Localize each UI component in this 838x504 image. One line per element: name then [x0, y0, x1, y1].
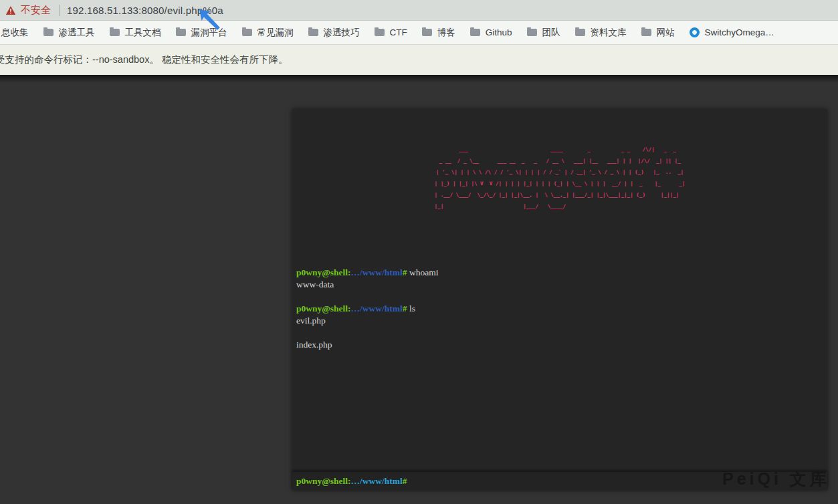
security-status-label[interactable]: 不安全 [21, 4, 51, 17]
security-warning-icon[interactable] [5, 5, 16, 15]
shell-output-line: index.php [296, 339, 827, 351]
switchyomega-icon [690, 27, 700, 37]
watermark: PeiQi 文库 [722, 468, 830, 490]
shell-panel: ___ ____ _ _ _ /\/| _ _ _ __ / _ \__ ___… [292, 109, 827, 490]
shell-prompt-symbol: # [403, 267, 407, 277]
shell-output-line: evil.php [296, 315, 827, 327]
shell-output-line: www-data [296, 279, 827, 291]
shell-prompt-symbol: # [403, 303, 407, 313]
shell-prompt-user: p0wny@shell: [296, 303, 351, 313]
bookmark-item[interactable]: 漏洞平台 [169, 21, 235, 44]
bookmark-label: 渗透技巧 [324, 27, 360, 39]
infobar-message: 受支持的命令行标记：--no-sandbox。 稳定性和安全性会有所下降。 [0, 53, 288, 66]
bookmarks-bar: 息收集渗透工具工具文档漏洞平台常见漏洞渗透技巧CTF博客Github团队资料文库… [0, 20, 838, 44]
bookmark-item[interactable]: 息收集 [1, 21, 36, 44]
page-background: ___ ____ _ _ _ /\/| _ _ _ __ / _ \__ ___… [0, 75, 838, 504]
bookmark-label: SwitchyOmega… [705, 27, 774, 37]
shell-prompt-path: …/www/html [351, 303, 403, 313]
shell-history-command-line: p0wny@shell:…/www/html# ls [296, 303, 827, 315]
folder-icon [375, 29, 385, 36]
bookmark-item[interactable]: 工具文档 [102, 21, 169, 44]
bookmark-item[interactable]: SwitchyOmega… [682, 21, 782, 44]
bookmark-item[interactable]: 渗透工具 [36, 21, 102, 44]
bookmark-label: 工具文档 [125, 27, 161, 39]
bookmark-item[interactable]: CTF [367, 21, 415, 44]
shell-history: p0wny@shell:…/www/html# whoamiwww-data p… [292, 267, 827, 351]
bookmark-item[interactable]: Github [463, 21, 520, 44]
address-bar-url[interactable]: 192.168.51.133:8080/evil.php%0a [67, 5, 223, 16]
bookmark-label: 博客 [437, 27, 455, 39]
folder-icon [527, 29, 537, 36]
folder-icon [575, 29, 585, 36]
bookmark-label: CTF [390, 27, 407, 37]
shell-command-text: whoami [407, 267, 439, 277]
bookmark-label: Github [486, 27, 512, 37]
bookmark-label: 漏洞平台 [191, 27, 227, 39]
bookmark-label: 网站 [657, 27, 675, 39]
folder-icon [110, 29, 120, 36]
screen: 不安全 192.168.51.133:8080/evil.php%0a 息收集渗… [0, 0, 838, 504]
shell-prompt-path: …/www/html [351, 267, 403, 277]
shell-prompt-symbol: # [403, 476, 407, 487]
folder-icon [422, 29, 432, 36]
bookmark-item[interactable]: 博客 [415, 21, 463, 44]
bookmark-item[interactable]: 资料文库 [568, 21, 634, 44]
shell-prompt-path: …/www/html [351, 476, 403, 487]
shell-prompt-user: p0wny@shell: [296, 476, 351, 487]
toolbar-divider [59, 5, 60, 16]
bookmark-label: 渗透工具 [59, 27, 95, 39]
bookmark-item[interactable]: 常见漏洞 [235, 21, 301, 44]
infobar: 受支持的命令行标记：--no-sandbox。 稳定性和安全性会有所下降。 [0, 44, 838, 75]
folder-icon [641, 29, 651, 36]
shell-history-command-line: p0wny@shell:…/www/html# whoami [296, 267, 827, 279]
folder-icon [176, 29, 186, 36]
folder-icon [470, 29, 480, 36]
folder-icon [242, 29, 252, 36]
shell-output-line [296, 291, 827, 303]
shell-output-line [296, 327, 827, 339]
bookmark-item[interactable]: 渗透技巧 [301, 21, 367, 44]
browser-toolbar: 不安全 192.168.51.133:8080/evil.php%0a [0, 0, 838, 20]
bookmark-item[interactable]: 网站 [634, 21, 682, 44]
bookmark-label: 团队 [542, 27, 560, 39]
bookmark-item[interactable]: 团队 [520, 21, 568, 44]
bookmark-label: 息收集 [1, 27, 29, 39]
folder-icon [43, 29, 54, 36]
bookmark-label: 常见漏洞 [257, 27, 294, 39]
shell-prompt-user: p0wny@shell: [296, 267, 351, 277]
folder-icon [308, 29, 318, 36]
shell-command-text: ls [407, 303, 415, 313]
bookmark-label: 资料文库 [591, 27, 627, 39]
shell-logo-ascii: ___ ____ _ _ _ /\/| _ _ _ __ / _ \__ ___… [292, 144, 827, 212]
